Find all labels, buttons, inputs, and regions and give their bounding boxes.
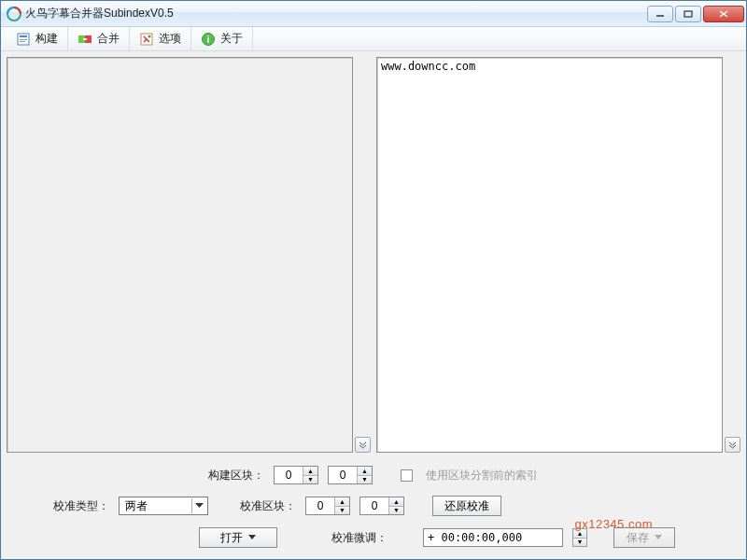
app-icon <box>7 7 21 21</box>
svg-rect-2 <box>684 11 692 17</box>
merge-icon <box>78 32 92 47</box>
spin-down-icon[interactable]: ▼ <box>335 507 349 515</box>
chevron-down-icon <box>248 535 256 540</box>
spin-down-icon[interactable]: ▼ <box>573 539 586 547</box>
left-pane[interactable] <box>7 57 353 453</box>
save-button[interactable]: 保存 <box>613 527 675 548</box>
chevron-down-icon <box>655 535 662 540</box>
calib-block-label: 校准区块： <box>231 498 296 514</box>
use-presplit-label: 使用区块分割前的索引 <box>426 468 538 483</box>
options-icon <box>139 32 154 47</box>
calib-type-value: 两者 <box>125 498 148 514</box>
build-block-b-input[interactable] <box>329 467 357 483</box>
right-pane-wrap: www.downcc.com <box>376 57 740 453</box>
svg-point-12 <box>148 35 151 37</box>
use-presplit-checkbox[interactable] <box>401 469 413 482</box>
calib-block-b-input[interactable] <box>360 497 388 514</box>
maximize-button[interactable] <box>675 6 701 22</box>
svg-rect-8 <box>20 41 25 42</box>
window-title: 火鸟字幕合并器SubindexV0.5 <box>25 6 645 21</box>
calib-block-a-stepper[interactable]: ▲▼ <box>305 497 350 515</box>
spin-up-icon[interactable]: ▲ <box>389 497 403 507</box>
calib-fine-label: 校准微调： <box>322 530 388 546</box>
spin-up-icon[interactable]: ▲ <box>303 467 317 476</box>
spin-up-icon[interactable]: ▲ <box>358 467 372 476</box>
build-block-b-stepper[interactable]: ▲▼ <box>328 466 373 484</box>
svg-rect-7 <box>20 39 27 40</box>
open-button[interactable]: 打开 <box>199 527 277 548</box>
titlebar: 火鸟字幕合并器SubindexV0.5 <box>1 1 746 27</box>
chevron-down-icon <box>191 498 205 513</box>
spin-up-icon[interactable]: ▲ <box>335 497 349 507</box>
toolbar-options[interactable]: 选项 <box>130 27 191 50</box>
svg-rect-6 <box>20 35 27 37</box>
close-button[interactable] <box>703 6 744 22</box>
calib-type-label: 校准类型： <box>25 498 109 514</box>
restore-calib-button[interactable]: 还原校准 <box>432 496 501 516</box>
left-scroll-down-icon[interactable] <box>355 437 371 453</box>
row-build-block: 构建区块： ▲▼ ▲▼ 使用区块分割前的索引 <box>25 466 722 484</box>
controls-area: 构建区块： ▲▼ ▲▼ 使用区块分割前的索引 校准类型： 两者 <box>7 453 740 553</box>
toolbar: 构建 合并 选项 i 关于 <box>1 27 746 51</box>
toolbar-merge[interactable]: 合并 <box>68 27 130 50</box>
about-icon: i <box>201 32 216 47</box>
client-area: www.downcc.com 构建区块： ▲▼ ▲▼ <box>1 51 746 559</box>
spin-down-icon[interactable]: ▼ <box>358 476 372 484</box>
right-pane[interactable]: www.downcc.com <box>376 57 723 453</box>
calib-block-b-stepper[interactable]: ▲▼ <box>359 497 404 515</box>
toolbar-build[interactable]: 构建 <box>7 27 68 50</box>
build-block-label: 构建区块： <box>199 468 264 483</box>
row-calib-type: 校准类型： 两者 校准区块： ▲▼ ▲▼ <box>25 496 722 516</box>
row-open-fine: 打开 校准微调： + 00:00:00,000 ▲ ▼ 保存 g <box>25 527 722 548</box>
panes-row: www.downcc.com <box>7 57 740 453</box>
spin-up-icon[interactable]: ▲ <box>573 529 586 539</box>
calib-type-combo[interactable]: 两者 <box>119 497 208 515</box>
calib-fine-value: + 00:00:00,000 <box>428 531 522 544</box>
right-scroll-down-icon[interactable] <box>725 437 740 453</box>
svg-text:i: i <box>207 35 210 45</box>
spin-down-icon[interactable]: ▼ <box>303 476 317 484</box>
spin-down-icon[interactable]: ▼ <box>389 507 403 515</box>
toolbar-about[interactable]: i 关于 <box>191 27 253 50</box>
calib-fine-input[interactable]: + 00:00:00,000 <box>423 528 563 547</box>
minimize-button[interactable] <box>647 6 673 22</box>
left-pane-wrap <box>7 57 371 453</box>
build-block-a-stepper[interactable]: ▲▼ <box>274 466 318 484</box>
build-block-a-input[interactable] <box>275 467 303 483</box>
build-icon <box>16 32 31 47</box>
app-window: 火鸟字幕合并器SubindexV0.5 构建 合并 <box>0 0 747 560</box>
calib-block-a-input[interactable] <box>306 497 334 514</box>
window-controls <box>645 6 744 22</box>
